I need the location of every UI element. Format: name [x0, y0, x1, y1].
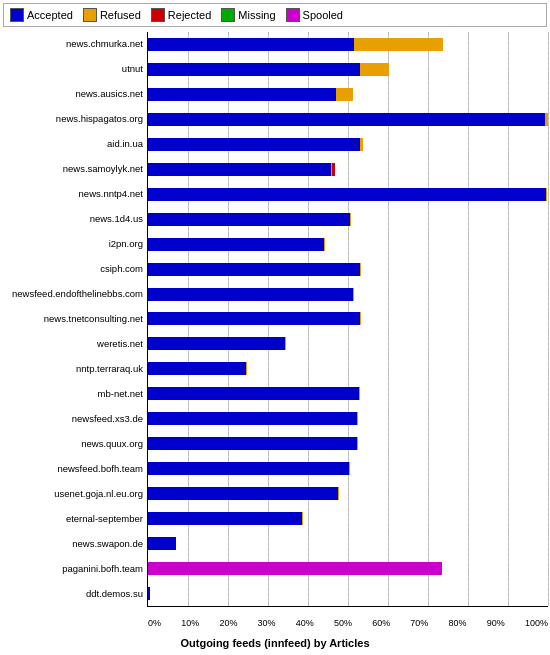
y-label: i2pn.org: [109, 236, 143, 254]
legend-missing: Missing: [221, 8, 275, 22]
y-label: newsfeed.xs3.de: [72, 411, 143, 429]
bar-segment: [148, 537, 176, 550]
bar-segments: 6767921: [148, 63, 548, 76]
bar-segment: [148, 512, 302, 525]
y-label: nntp.terraraq.uk: [76, 361, 143, 379]
bar-row: 49085: [148, 510, 548, 528]
bar-segment: [148, 288, 353, 301]
bar-row: 66545: [148, 410, 548, 428]
bar-row: 75: [148, 584, 548, 602]
bar-segments: 75: [148, 587, 548, 600]
bar-segment: [360, 138, 363, 151]
y-label: mb-net.net: [98, 386, 143, 404]
x-axis-labels: 0%10%20%30%40%50%60%70%80%90%100%: [148, 618, 548, 628]
bar-segment: [545, 113, 549, 126]
y-label: news.chmurka.net: [66, 36, 143, 54]
chart-container: Accepted Refused Rejected Missing Spoole…: [0, 0, 550, 655]
x-tick-label: 70%: [410, 618, 428, 628]
bar-segments: 12763113: [148, 113, 548, 126]
bar-segments: 65466: [148, 288, 548, 301]
y-label: news.ausics.net: [75, 86, 143, 104]
bar-segment: [148, 163, 331, 176]
bar-segment: [148, 412, 357, 425]
x-tick-label: 90%: [487, 618, 505, 628]
y-label: newsfeed.bofh.team: [57, 461, 143, 479]
y-label: news.samoylyk.net: [63, 161, 143, 179]
bar-row: 65732843: [148, 35, 548, 53]
bar-segments: 67665: [148, 312, 548, 325]
bar-row: 65466: [148, 285, 548, 303]
bar-row: 12763113: [148, 110, 548, 128]
legend: Accepted Refused Rejected Missing Spoole…: [3, 3, 547, 27]
bar-row: 31155: [148, 360, 548, 378]
bar-segments: 6007534: [148, 88, 548, 101]
bar-segment: [148, 63, 360, 76]
y-label: news.tnetconsulting.net: [44, 311, 143, 329]
bar-segment: [148, 362, 246, 375]
y-label: news.hispagatos.org: [56, 111, 143, 129]
bar-segments: 65732843: [148, 38, 548, 51]
bar-row: 66775: [148, 435, 548, 453]
bar-segments: 67606: [148, 263, 548, 276]
bar-row: 43685: [148, 335, 548, 353]
bar-row: 64529: [148, 210, 548, 228]
x-tick-label: 10%: [181, 618, 199, 628]
x-tick-label: 100%: [525, 618, 548, 628]
bar-segment: [148, 38, 354, 51]
bar-segments: 676792: [148, 138, 548, 151]
y-label: weretis.net: [97, 336, 143, 354]
grid-line: [548, 32, 549, 606]
bar-segments: 878: [148, 537, 548, 550]
bar-segment: [332, 163, 335, 176]
bars-area: 6573284367679216007534127631136767925831…: [147, 32, 548, 607]
bar-segments: 93680: [148, 562, 548, 575]
y-axis: news.chmurka.netutnutnews.ausics.netnews…: [2, 32, 147, 607]
bar-segments: 31155: [148, 362, 548, 375]
bar-segment: [148, 312, 360, 325]
x-tick-label: 80%: [449, 618, 467, 628]
bar-segment: [148, 213, 350, 226]
y-label: utnut: [122, 61, 143, 79]
bar-segment: [148, 337, 285, 350]
y-label: eternal-september: [66, 511, 143, 529]
bar-row: 67345: [148, 385, 548, 403]
y-label: aid.in.ua: [107, 136, 143, 154]
bar-segment: [336, 88, 353, 101]
x-tick-label: 20%: [219, 618, 237, 628]
bar-row: 6007534: [148, 85, 548, 103]
bar-segment: [148, 487, 338, 500]
rejected-icon: [151, 8, 165, 22]
bar-segments: 64105: [148, 462, 548, 475]
bar-segments: 66775: [148, 437, 548, 450]
y-label: paganini.bofh.team: [62, 561, 143, 579]
bar-segments: 67345: [148, 387, 548, 400]
bar-segment: [546, 188, 547, 201]
legend-accepted: Accepted: [10, 8, 73, 22]
bar-row: 583148: [148, 160, 548, 178]
bar-row: 60585: [148, 485, 548, 503]
bar-row: 64105: [148, 460, 548, 478]
chart-area: news.chmurka.netutnutnews.ausics.netnews…: [0, 30, 550, 637]
refused-icon: [83, 8, 97, 22]
spooled-label: Spooled: [303, 9, 343, 21]
y-label: ddt.demos.su: [86, 586, 143, 604]
missing-label: Missing: [238, 9, 275, 21]
x-tick-label: 0%: [148, 618, 161, 628]
bar-segment: [148, 387, 359, 400]
bar-row: 67665: [148, 310, 548, 328]
bar-segment: [148, 238, 324, 251]
bar-segment: [148, 113, 545, 126]
bar-segment: [148, 562, 442, 575]
y-label: newsfeed.endofthelinebbs.com: [12, 286, 143, 304]
bar-segments: 583148: [148, 163, 548, 176]
y-label: news.1d4.us: [90, 211, 143, 229]
bar-segments: 49085: [148, 512, 548, 525]
chart-title: Outgoing feeds (innfeed) by Articles: [0, 637, 550, 651]
bar-segments: 60585: [148, 487, 548, 500]
bar-segments: 64529: [148, 213, 548, 226]
bar-row: 67606: [148, 260, 548, 278]
bar-segment: [148, 88, 336, 101]
spooled-icon: [286, 8, 300, 22]
y-label: news.nntp4.net: [79, 186, 143, 204]
bar-segment: [148, 263, 360, 276]
